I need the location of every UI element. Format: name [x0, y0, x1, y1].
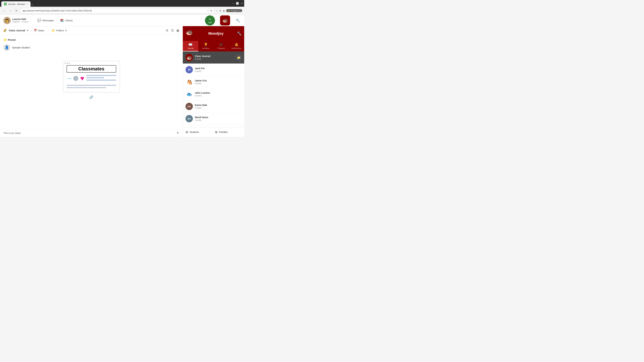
entry-info-jack-pot: Jack Pot 6 posts — [195, 67, 242, 72]
filter-button[interactable]: ⚙ — [165, 28, 169, 33]
bookmark-icon[interactable]: ☆ — [207, 9, 209, 12]
list-view-btn[interactable]: ☰ — [170, 28, 174, 33]
card-line-1 — [86, 75, 116, 76]
tab-progress[interactable]: 🎓 Progress — [214, 41, 229, 51]
entry-karen-dale[interactable]: KD Karen Dale 4 posts — [183, 100, 244, 113]
grid-view-btn[interactable]: ▦ — [176, 28, 180, 33]
tab-close-btn[interactable]: ✕ — [26, 3, 28, 5]
entry-info-karen-dale: Karen Dale 4 posts — [195, 104, 242, 109]
moodjoy-button[interactable]: 🦔 — [220, 15, 230, 25]
entry-john-louises[interactable]: 🐟 John Louises 5 posts — [183, 88, 244, 100]
card-figure: → — [66, 75, 78, 81]
avatar-emoji: 👩 — [5, 18, 9, 22]
extension-icon[interactable]: ⊞ — [210, 9, 212, 12]
student-avatar: 👤 — [3, 44, 10, 51]
prev-btn[interactable]: ‹ — [30, 29, 31, 32]
moodjoy-settings-icon[interactable]: 🔧 — [237, 31, 242, 36]
folders-dropdown-btn[interactable]: ▼ — [65, 29, 67, 32]
moodjoy-sidebar: 🦔 Moodjoy 🔧 📖 Journal 💡 Activities 🎓 Pro… — [183, 26, 244, 137]
person-circle — [73, 76, 78, 81]
karen-dale-avatar: KD — [186, 103, 193, 110]
moodjoy-mascot: 🦔 — [186, 29, 195, 38]
browser-tabs: S Journal - Seesaw ✕ + — [1, 0, 33, 7]
active-tab[interactable]: S Journal - Seesaw ✕ — [1, 1, 30, 7]
folders-button[interactable]: 📁 Folders ▼ — [50, 28, 68, 33]
add-button[interactable]: + Add — [205, 15, 215, 25]
entry-name-mordi-seem: Mordi Seem — [195, 116, 242, 119]
new-tab-btn[interactable]: + — [31, 3, 33, 7]
address-icons: ☆ ⊞ — [207, 9, 212, 12]
folders-label: Folders — [56, 29, 64, 32]
folder-btn-class-journal[interactable]: 📁 — [236, 55, 242, 60]
back-btn[interactable]: ‹ — [2, 8, 7, 13]
families-btn[interactable]: ⊕ Families — [215, 130, 242, 134]
link-icon-area[interactable]: 🔗 — [89, 95, 94, 99]
journal-content: ⭐ Pinned 👤 Sample Student — [0, 35, 183, 129]
pinned-student-item[interactable]: 👤 Sample Student — [3, 43, 179, 51]
entry-name-jamie-cris: Jamie Cris — [195, 79, 242, 82]
tab-journal[interactable]: 📖 Journal — [183, 41, 198, 51]
settings-button[interactable]: 🔧 — [235, 17, 241, 23]
entry-info-mordi-seem: Mordi Seem 4 posts — [195, 116, 242, 121]
tab-favicon: S — [4, 3, 7, 5]
bookmark-toolbar-icon[interactable]: ☆ — [216, 9, 218, 12]
journal-small-icon: 🌈 — [3, 28, 8, 33]
card-bottom-lines — [63, 85, 120, 92]
heart-icon: ♥ — [80, 75, 84, 82]
address-bar-row: ‹ › ↻ app.seesaw.me/#/class/class.e01bf4… — [0, 7, 244, 15]
tab-activities[interactable]: 💡 Activities — [198, 41, 214, 51]
reload-btn[interactable]: ↻ — [14, 8, 19, 13]
activities-tab-icon: 💡 — [204, 42, 208, 46]
nav-library[interactable]: 📚 Library — [57, 17, 76, 24]
browser-chrome: S Journal - Seesaw ✕ + ─ ⬜ ✕ — [0, 0, 244, 7]
messages-icon: 💬 — [38, 18, 41, 22]
card-bottom-line-1 — [66, 85, 116, 86]
tab-notifications[interactable]: 🔔 Notifications — [229, 41, 244, 51]
maximize-btn[interactable]: ⬜ — [236, 2, 239, 5]
john-louises-avatar: 🐟 — [186, 90, 193, 98]
classmates-card-area: Classmates → ♥ — [3, 61, 179, 99]
close-btn[interactable]: ✕ — [241, 2, 243, 5]
entry-posts-jack-pot: 6 posts — [195, 70, 242, 72]
forward-btn[interactable]: › — [8, 8, 13, 13]
journal-dropdown-btn[interactable]: ▼ — [26, 29, 29, 32]
activities-tab-label: Activities — [202, 47, 210, 49]
tab-label: Journal - Seesaw — [8, 3, 25, 5]
entry-name-class-journal: Class Journal — [195, 55, 234, 57]
students-btn[interactable]: ⊕ Students — [186, 130, 212, 134]
nav-messages[interactable]: 💬 Messages — [35, 17, 56, 24]
default-avatar-icon: 👤 — [5, 45, 9, 49]
download-icon[interactable]: ⬇ — [219, 9, 221, 12]
moodjoy-header: 🦔 Moodjoy 🔧 — [183, 26, 244, 41]
top-nav: 👩 Lauren Deli Teacher - 1 Class 💬 Messag… — [0, 15, 244, 26]
pinned-section: ⭐ Pinned 👤 Sample Student — [3, 38, 179, 51]
journal-toolbar: 🌈 Class Journal ▼ ‹ 📅 Dates › 📁 Folders … — [0, 26, 183, 35]
user-info: 👩 Lauren Deli Teacher - 1 Class — [3, 17, 28, 24]
expand-btn[interactable]: ▼ — [176, 131, 179, 135]
jack-pot-avatar: JP — [186, 66, 193, 73]
entry-posts-class-journal: 8 posts — [195, 58, 234, 60]
card-header — [63, 61, 120, 65]
window-controls: ─ ⬜ ✕ — [232, 2, 243, 5]
toolbar-separator: › — [48, 29, 48, 32]
dates-label: Dates — [38, 29, 44, 32]
entry-posts-jamie-cris: 0 posts — [195, 82, 242, 85]
minimize-btn[interactable]: ─ — [232, 2, 234, 5]
entry-info-jamie-cris: Jamie Cris 0 posts — [195, 79, 242, 85]
link-icon: 🔗 — [89, 95, 94, 99]
user-role: Teacher - 1 Class — [12, 21, 28, 23]
card-dot-1 — [64, 62, 66, 64]
entry-class-journal[interactable]: 🦔 Class Journal 8 posts 📁 — [183, 51, 244, 64]
student-name: Sample Student — [12, 46, 30, 49]
entry-jamie-cris[interactable]: 🐴 Jamie Cris 0 posts — [183, 76, 244, 88]
folder-icon: 📁 — [52, 29, 55, 32]
entry-posts-mordi-seem: 4 posts — [195, 119, 242, 121]
sidebar-icon[interactable]: ▤ — [223, 9, 225, 12]
address-bar[interactable]: app.seesaw.me/#/class/class.e01bf4c2-9a2… — [20, 8, 214, 13]
library-icon: 📚 — [60, 18, 64, 22]
entry-mordi-seem[interactable]: MS Mordi Seem 4 posts — [183, 113, 244, 125]
entries-list: 🦔 Class Journal 8 posts 📁 JP Jack Pot 6 … — [183, 51, 244, 127]
dates-button[interactable]: 📅 Dates — [32, 28, 46, 33]
entry-jack-pot[interactable]: JP Jack Pot 6 posts — [183, 64, 244, 76]
progress-tab-label: Progress — [218, 47, 225, 49]
